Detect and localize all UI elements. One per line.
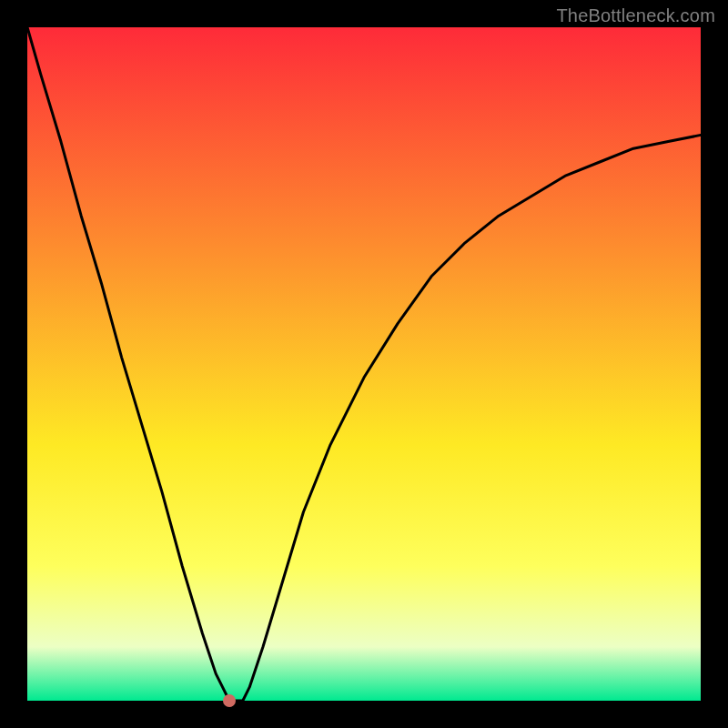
- chart-plot-area: [27, 27, 701, 701]
- chart-frame: TheBottleneck.com: [0, 0, 728, 728]
- data-marker: [223, 694, 236, 707]
- bottleneck-chart: [0, 0, 728, 728]
- watermark-text: TheBottleneck.com: [556, 5, 715, 26]
